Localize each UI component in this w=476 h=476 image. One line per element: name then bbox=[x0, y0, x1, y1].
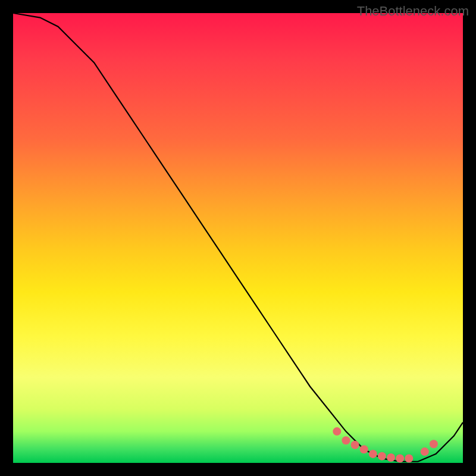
data-point-marker bbox=[333, 427, 341, 436]
data-point-marker bbox=[387, 453, 395, 462]
data-point-marker bbox=[396, 454, 404, 462]
data-point-marker bbox=[405, 454, 413, 462]
data-point-marker bbox=[342, 436, 350, 444]
chart-svg bbox=[13, 13, 463, 463]
data-point-marker bbox=[351, 441, 359, 449]
bottleneck-curve bbox=[13, 13, 463, 462]
data-point-marker bbox=[369, 450, 377, 458]
watermark-text: TheBottleneck.com bbox=[357, 4, 469, 19]
data-point-marker bbox=[378, 452, 386, 461]
data-point-marker bbox=[421, 447, 429, 456]
data-point-marker bbox=[430, 440, 438, 448]
marker-group bbox=[333, 427, 438, 462]
data-point-marker bbox=[360, 445, 368, 453]
